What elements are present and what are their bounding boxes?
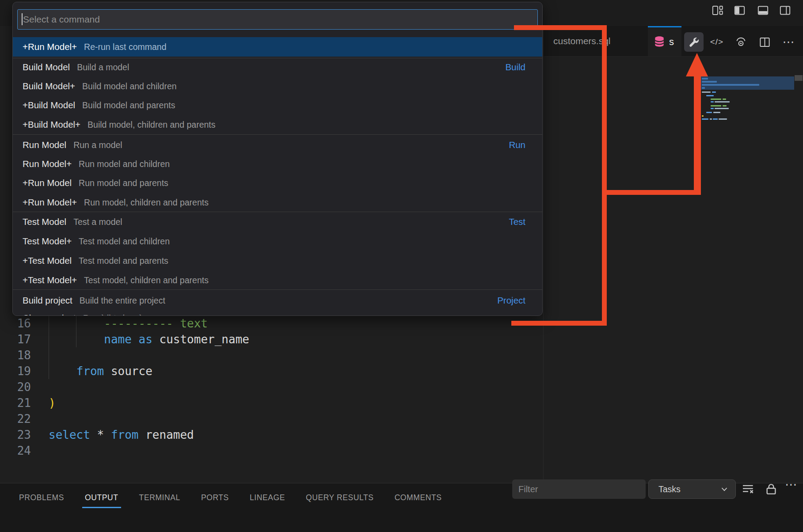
minimap-line [710,118,712,120]
annotation-arrow-shaft [694,76,701,195]
command-description: Build model and parents [82,100,175,110]
preview-eye-icon[interactable] [731,32,750,52]
command-item[interactable]: +Test ModelTest model and parents [13,251,542,270]
command-description: Re-run last command [84,42,166,52]
indent-guide [76,315,76,347]
command-group-label: Test [509,212,525,232]
bottom-panel: PROBLEMSOUTPUTTERMINALPORTSLINEAGEQUERY … [0,483,803,532]
list-separator [13,134,542,135]
line-number: 24 [0,443,31,459]
panel-tab-problems[interactable]: PROBLEMS [19,483,64,512]
line-number: 16 [0,315,31,331]
code-glyph: </> [710,37,723,47]
command-item[interactable]: Build ModelBuild a modelBuild [13,57,542,77]
active-tab-label: s [669,27,674,56]
command-item[interactable]: +Run Model+Run model, children and paren… [13,193,542,212]
command-description: Run `dbt clean` [83,313,142,316]
command-input[interactable]: Select a command [17,9,538,30]
command-group-label: Build [505,57,525,77]
minimap-line [702,78,708,80]
command-item[interactable]: Run Model+Run model and children [13,154,542,174]
tasks-dropdown-label: Tasks [658,480,681,498]
tasks-dropdown[interactable]: Tasks [648,479,736,499]
panel-tab-terminal[interactable]: TERMINAL [139,483,180,512]
filter-placeholder: Filter [518,479,538,499]
command-label: +Test Model [23,255,72,266]
line-number: 23 [0,427,31,443]
command-description: Build the entire project [80,296,165,305]
command-input-placeholder: Select a command [23,10,100,29]
panel-tab-output[interactable]: OUTPUT [85,483,118,512]
command-label: Build Model [23,62,70,72]
vscode-window: customers.sql s </> ⋯ 16 --------- [0,0,803,532]
indent-guide [49,315,49,379]
list-separator [13,212,542,212]
command-description: Run model and children [79,159,170,169]
code-line: 18 [0,347,49,363]
command-label: +Build Model+ [23,119,80,129]
panel-tab-ports[interactable]: PORTS [201,483,229,512]
wrench-icon[interactable] [684,32,704,52]
command-description: Build model, children and parents [88,120,215,129]
annotation-line-vertical [602,25,607,326]
minimap-line [723,105,727,106]
command-description: Build model and children [82,81,177,91]
code-line: 17 name as customer_name [0,331,249,347]
command-label: Test Model+ [23,236,72,246]
ellipsis-glyph: ⋯ [783,32,795,52]
minimap-line [702,81,717,83]
code-icon[interactable]: </> [707,32,727,52]
annotation-line-top [514,25,607,30]
minimap-line [702,91,711,93]
list-separator [13,289,542,290]
annotation-line-bottom [511,321,607,326]
command-item[interactable]: Build projectBuild the entire projectPro… [13,291,542,310]
panel-more-icon[interactable]: ⋯ [785,477,797,492]
split-editor-icon[interactable] [755,32,774,52]
lock-icon[interactable] [764,482,778,496]
chevron-down-icon [719,484,729,494]
toggle-secondary-sidebar-icon[interactable] [779,4,791,16]
command-item[interactable]: Clean projectRun `dbt clean` [13,308,542,316]
minimap[interactable] [700,59,794,266]
command-group-label: Run [509,135,525,155]
clear-output-icon[interactable] [741,482,755,496]
customize-layout-icon[interactable] [712,4,723,16]
code-line: 23select * from renamed [0,427,194,443]
panel-tab-lineage[interactable]: LINEAGE [250,483,285,512]
code-line: 22 [0,411,49,427]
command-item[interactable]: Build Model+Build model and children [13,76,542,96]
tab-active[interactable]: s [648,26,681,56]
editor-scrollbar[interactable] [795,75,803,81]
more-actions-icon[interactable]: ⋯ [779,32,798,52]
minimap-line [715,101,730,103]
line-number: 18 [0,347,31,363]
command-item[interactable]: Run ModelRun a modelRun [13,135,542,155]
minimap-line [702,118,708,120]
command-item[interactable]: Test Model+Test model and children [13,232,542,251]
toggle-primary-sidebar-icon[interactable] [734,4,746,16]
filter-input[interactable]: Filter [512,479,646,499]
line-number: 19 [0,363,31,379]
command-item[interactable]: Test ModelTest a modelTest [13,212,542,232]
command-label: Clean project [23,313,76,316]
command-label: +Run Model+ [23,197,77,207]
command-label: Test Model [23,217,66,227]
command-item[interactable]: +Run Model+Re-run last command [13,37,542,57]
command-item[interactable]: +Build Model+Build model, children and p… [13,115,542,134]
minimap-line [711,108,714,109]
command-label: +Run Model+ [23,42,77,52]
minimap-line [711,105,721,106]
command-label: +Test Model+ [23,275,77,285]
code-line: 21) [0,395,56,411]
panel-tab-comments[interactable]: COMMENTS [395,483,442,512]
command-description: Run model and parents [79,178,168,188]
panel-tab-query-results[interactable]: QUERY RESULTS [306,483,374,512]
command-item[interactable]: +Test Model+Test model, children and par… [13,270,542,290]
command-label: Run Model+ [23,159,72,169]
command-label: Run Model [23,140,66,150]
minimap-line [712,91,716,93]
command-item[interactable]: +Build ModelBuild model and parents [13,95,542,115]
command-item[interactable]: +Run ModelRun model and parents [13,173,542,193]
toggle-panel-icon[interactable] [757,4,769,16]
